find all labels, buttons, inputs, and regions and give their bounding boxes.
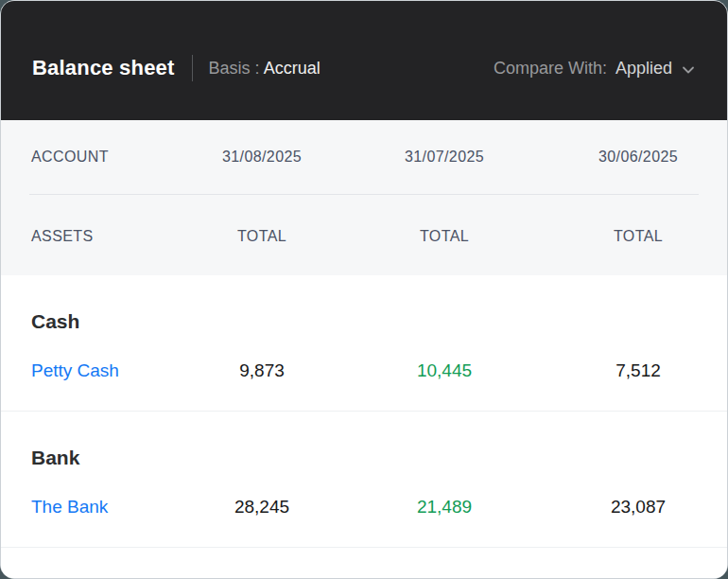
balance-sheet-card: Balance sheet Basis : Accrual Compare Wi…: [0, 0, 728, 579]
account-link-the-bank[interactable]: The Bank: [31, 495, 108, 519]
compare-with-value: Applied: [615, 59, 672, 79]
basis-label: Basis :: [209, 59, 260, 78]
amount-cell: 7,512: [615, 359, 661, 383]
account-link-petty-cash[interactable]: Petty Cash: [31, 359, 119, 383]
column-header-period-1: 31/08/2025: [222, 149, 302, 166]
amount-cell: 21,489: [417, 495, 472, 519]
table-header: ACCOUNT 31/08/2025 31/07/2025 30/06/2025…: [1, 120, 727, 275]
basis-value: Accrual: [264, 59, 321, 78]
basis-indicator: Basis : Accrual: [209, 59, 321, 79]
column-header-account: ACCOUNT: [31, 149, 109, 166]
column-header-total-1: TOTAL: [237, 228, 286, 245]
section-bank: Bank The Bank 28,245 21,489 23,087: [1, 412, 727, 547]
table-header-row-periods: ACCOUNT 31/08/2025 31/07/2025 30/06/2025: [31, 120, 697, 194]
chevron-down-icon: [681, 62, 696, 78]
appbar: Balance sheet Basis : Accrual Compare Wi…: [1, 1, 727, 120]
title-divider: [192, 55, 193, 81]
column-header-total-2: TOTAL: [420, 228, 469, 245]
section-heading: Bank: [31, 446, 697, 470]
table-row: Petty Cash 9,873 10,445 7,512: [31, 359, 697, 411]
column-header-period-2: 31/07/2025: [405, 149, 484, 166]
compare-with-label: Compare With:: [494, 59, 607, 79]
amount-cell: 23,087: [611, 495, 666, 519]
amount-cell: 10,445: [417, 359, 472, 383]
section-cash: Cash Petty Cash 9,873 10,445 7,512: [1, 275, 727, 411]
group-header-assets: ASSETS: [31, 228, 94, 245]
section-heading: Cash: [31, 309, 697, 334]
table-body: Cash Petty Cash 9,873 10,445 7,512 Bank …: [1, 275, 727, 579]
page-title: Balance sheet: [32, 56, 175, 80]
column-header-period-3: 30/06/2025: [598, 149, 678, 166]
column-header-total-3: TOTAL: [614, 228, 663, 245]
table-header-row-totals: ASSETS TOTAL TOTAL TOTAL: [31, 195, 697, 275]
amount-cell: 9,873: [239, 359, 285, 383]
table-row: The Bank 28,245 21,489 23,087: [31, 495, 697, 547]
compare-with-dropdown[interactable]: Compare With: Applied: [494, 59, 696, 79]
footer-strip: [1, 548, 727, 579]
amount-cell: 28,245: [234, 495, 289, 519]
